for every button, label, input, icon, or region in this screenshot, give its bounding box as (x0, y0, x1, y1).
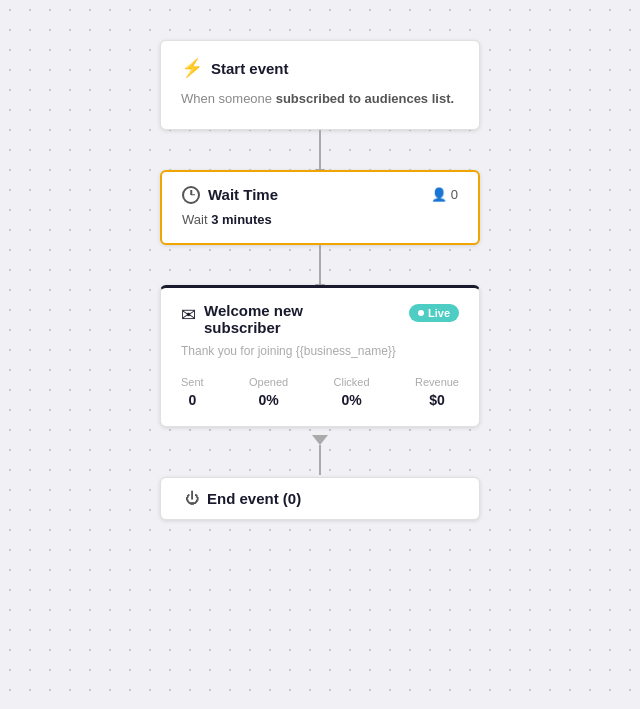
flow-container: ⚡ Start event When someone subscribed to… (0, 40, 640, 520)
email-preview: Thank you for joining {{business_name}} (181, 344, 459, 358)
stat-clicked: Clicked 0% (334, 376, 370, 408)
user-badge: 👤 0 (431, 187, 458, 202)
email-card-header: ✉ Welcome new subscriber Live (181, 302, 459, 336)
clicked-label: Clicked (334, 376, 370, 388)
connector-2 (319, 245, 321, 285)
chevron-connector (312, 427, 328, 477)
start-event-header: ⚡ Start event (181, 57, 459, 79)
end-event-label: End event (0) (207, 490, 301, 507)
stat-sent: Sent 0 (181, 376, 204, 408)
chevron-down-icon (312, 435, 328, 445)
stats-row: Sent 0 Opened 0% Clicked 0% Revenue $0 (181, 372, 459, 408)
clock-icon (182, 186, 200, 204)
sent-value: 0 (188, 392, 196, 408)
connector-1 (319, 130, 321, 170)
live-label: Live (428, 307, 450, 319)
live-dot (418, 310, 424, 316)
wait-time-title: Wait Time (208, 186, 278, 203)
clicked-value: 0% (341, 392, 361, 408)
bolt-icon: ⚡ (181, 57, 203, 79)
envelope-icon: ✉ (181, 304, 196, 326)
wait-time-header: Wait Time 👤 0 (182, 186, 458, 204)
stat-opened: Opened 0% (249, 376, 288, 408)
wait-time-left: Wait Time (182, 186, 278, 204)
email-card[interactable]: ✉ Welcome new subscriber Live Thank you … (160, 285, 480, 427)
wait-description: Wait 3 minutes (182, 212, 458, 227)
start-event-card[interactable]: ⚡ Start event When someone subscribed to… (160, 40, 480, 130)
user-count: 0 (451, 187, 458, 202)
revenue-label: Revenue (415, 376, 459, 388)
start-event-title: Start event (211, 60, 289, 77)
opened-label: Opened (249, 376, 288, 388)
start-event-description: When someone subscribed to audiences lis… (181, 89, 459, 109)
email-title-group: ✉ Welcome new subscriber (181, 302, 303, 336)
stat-revenue: Revenue $0 (415, 376, 459, 408)
sent-label: Sent (181, 376, 204, 388)
end-event-card[interactable]: ⏻ End event (0) (160, 477, 480, 520)
power-icon: ⏻ (185, 490, 199, 506)
email-title: Welcome new subscriber (204, 302, 303, 336)
user-icon: 👤 (431, 187, 447, 202)
wait-time-card[interactable]: Wait Time 👤 0 Wait 3 minutes (160, 170, 480, 245)
connector-line-bottom (319, 445, 321, 475)
live-badge: Live (409, 304, 459, 322)
revenue-value: $0 (429, 392, 445, 408)
opened-value: 0% (258, 392, 278, 408)
